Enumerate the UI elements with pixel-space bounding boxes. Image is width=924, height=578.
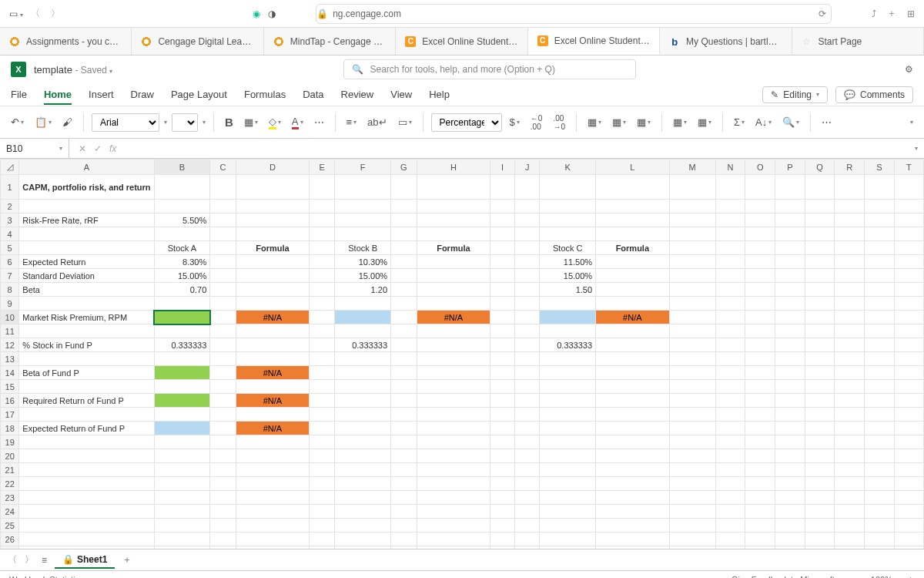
cell-I2[interactable] <box>490 200 515 213</box>
cell-F11[interactable] <box>335 324 391 338</box>
grammarly-icon[interactable]: ◉ <box>253 8 260 19</box>
cell-Q6[interactable] <box>805 255 835 269</box>
row-header-2[interactable]: 2 <box>1 200 19 213</box>
cell-E1[interactable] <box>310 175 335 200</box>
cell-T4[interactable] <box>894 227 923 241</box>
cell-S27[interactable] <box>865 546 894 549</box>
col-header-P[interactable]: P <box>775 160 805 175</box>
cell-D10[interactable]: #N/A <box>236 311 309 324</box>
cancel-formula-icon[interactable]: ✕ <box>79 143 86 154</box>
cell-H16[interactable] <box>417 394 490 408</box>
cell-D22[interactable] <box>236 477 309 491</box>
cell-C20[interactable] <box>210 449 236 463</box>
cell-S14[interactable] <box>865 366 894 380</box>
cell-K20[interactable] <box>540 449 596 463</box>
cell-P15[interactable] <box>775 380 805 394</box>
cell-J16[interactable] <box>514 394 540 408</box>
cell-E13[interactable] <box>310 352 335 366</box>
cell-A24[interactable] <box>19 505 154 519</box>
cell-A13[interactable] <box>19 352 154 366</box>
cell-Q8[interactable] <box>805 283 835 297</box>
browser-tab-5[interactable]: bMy Questions | bartleby <box>660 28 792 55</box>
cell-F25[interactable] <box>335 519 391 533</box>
cell-F6[interactable]: 10.30% <box>335 255 391 269</box>
cell-A1[interactable]: CAPM, portfolio risk, and return <box>19 175 154 200</box>
cell-D11[interactable] <box>236 324 309 338</box>
cell-J24[interactable] <box>514 505 540 519</box>
cell-G11[interactable] <box>391 324 417 338</box>
cell-M15[interactable] <box>669 380 715 394</box>
col-header-H[interactable]: H <box>417 160 490 175</box>
row-header-5[interactable]: 5 <box>1 241 19 255</box>
more-ribbon-button[interactable]: ⋯ <box>819 115 835 129</box>
cell-S22[interactable] <box>865 477 894 491</box>
cell-L24[interactable] <box>596 505 669 519</box>
cell-I10[interactable] <box>490 311 515 324</box>
cell-K8[interactable]: 1.50 <box>540 283 596 297</box>
cell-G15[interactable] <box>391 380 417 394</box>
cell-I7[interactable] <box>490 269 515 283</box>
cell-G9[interactable] <box>391 297 417 311</box>
cell-T15[interactable] <box>894 380 923 394</box>
cell-G22[interactable] <box>391 477 417 491</box>
cell-R10[interactable] <box>835 311 865 324</box>
cell-T11[interactable] <box>894 324 923 338</box>
cell-Q25[interactable] <box>805 519 835 533</box>
cell-M22[interactable] <box>669 477 715 491</box>
cell-P26[interactable] <box>775 533 805 546</box>
cell-E9[interactable] <box>310 297 335 311</box>
browser-tab-3[interactable]: CExcel Online Student Work <box>396 28 527 55</box>
cell-S10[interactable] <box>865 311 894 324</box>
cell-P5[interactable] <box>775 241 805 255</box>
cell-I3[interactable] <box>490 213 515 227</box>
cell-Q18[interactable] <box>805 422 835 435</box>
cell-H17[interactable] <box>417 408 490 422</box>
cell-I9[interactable] <box>490 297 515 311</box>
cell-M9[interactable] <box>669 297 715 311</box>
cell-P16[interactable] <box>775 394 805 408</box>
cell-E18[interactable] <box>310 422 335 435</box>
row-header-10[interactable]: 10 <box>1 311 19 324</box>
cell-I5[interactable] <box>490 241 515 255</box>
menu-review[interactable]: Review <box>341 89 374 100</box>
row-header-15[interactable]: 15 <box>1 380 19 394</box>
cell-H23[interactable] <box>417 491 490 505</box>
cell-N6[interactable] <box>715 255 745 269</box>
cell-O7[interactable] <box>745 269 775 283</box>
cell-R27[interactable] <box>835 546 865 549</box>
cell-R14[interactable] <box>835 366 865 380</box>
cell-O16[interactable] <box>745 394 775 408</box>
reload-icon[interactable]: ⟳ <box>819 8 826 19</box>
cell-J1[interactable] <box>514 175 540 200</box>
cell-R20[interactable] <box>835 449 865 463</box>
cell-R23[interactable] <box>835 491 865 505</box>
cell-O5[interactable] <box>745 241 775 255</box>
cell-P12[interactable] <box>775 338 805 352</box>
cell-S5[interactable] <box>865 241 894 255</box>
cell-M17[interactable] <box>669 408 715 422</box>
cell-F5[interactable]: Stock B <box>335 241 391 255</box>
cell-N2[interactable] <box>715 200 745 213</box>
cell-A8[interactable]: Beta <box>19 283 154 297</box>
cell-N13[interactable] <box>715 352 745 366</box>
cell-T1[interactable] <box>894 175 923 200</box>
cell-H11[interactable] <box>417 324 490 338</box>
cell-A18[interactable]: Expected Return of Fund P <box>19 422 154 435</box>
cell-I15[interactable] <box>490 380 515 394</box>
sort-filter-button[interactable]: A↓▾ <box>752 115 775 129</box>
menu-formulas[interactable]: Formulas <box>244 89 286 100</box>
back-button[interactable]: 〈 <box>31 7 40 20</box>
cell-S4[interactable] <box>865 227 894 241</box>
cell-P17[interactable] <box>775 408 805 422</box>
cell-D19[interactable] <box>236 435 309 449</box>
cell-J3[interactable] <box>514 213 540 227</box>
cell-E26[interactable] <box>310 533 335 546</box>
menu-help[interactable]: Help <box>429 89 450 100</box>
row-header-3[interactable]: 3 <box>1 213 19 227</box>
cell-E22[interactable] <box>310 477 335 491</box>
cell-B2[interactable] <box>154 200 210 213</box>
cell-G20[interactable] <box>391 449 417 463</box>
row-header-9[interactable]: 9 <box>1 297 19 311</box>
col-header-E[interactable]: E <box>310 160 335 175</box>
cell-Q26[interactable] <box>805 533 835 546</box>
